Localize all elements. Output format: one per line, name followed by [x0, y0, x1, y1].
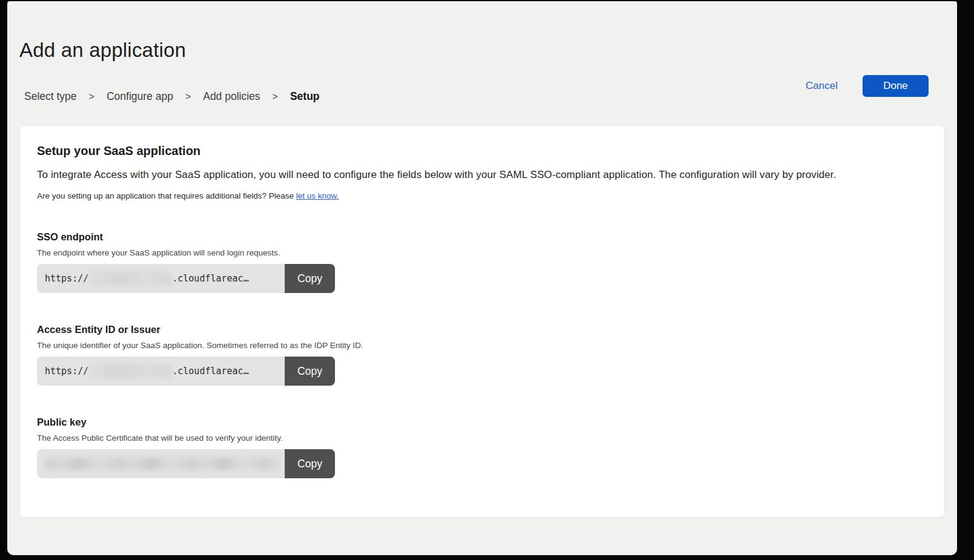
page-header: Add an application Cancel Done [7, 39, 957, 62]
card-note-text: Are you setting up an application that r… [37, 191, 296, 200]
value-prefix: https:// [45, 366, 88, 377]
entity-id-description: The unique identifier of your SaaS appli… [37, 341, 926, 350]
entity-id-field: https:// .cloudflareac… Copy [37, 357, 335, 386]
breadcrumb-step-add-policies[interactable]: Add policies [203, 90, 260, 103]
sso-endpoint-section: SSO endpoint The endpoint where your Saa… [37, 231, 926, 293]
card-heading: Setup your SaaS application [37, 144, 926, 158]
setup-card: Setup your SaaS application To integrate… [19, 125, 945, 518]
redacted-value-blur [89, 271, 171, 286]
breadcrumb-step-setup: Setup [290, 90, 320, 103]
value-prefix: https:// [45, 273, 88, 284]
public-key-section: Public key The Access Public Certificate… [37, 417, 926, 478]
redacted-value-blur [45, 458, 280, 470]
sso-endpoint-label: SSO endpoint [37, 231, 926, 243]
public-key-copy-button[interactable]: Copy [285, 449, 335, 478]
sso-endpoint-value: https:// .cloudflareac… [37, 264, 285, 293]
breadcrumb-step-configure-app[interactable]: Configure app [107, 90, 173, 103]
redacted-value-blur [89, 364, 171, 378]
done-button[interactable]: Done [863, 75, 929, 97]
chevron-separator: > [185, 91, 191, 102]
public-key-field: Copy [37, 449, 335, 478]
chevron-separator: > [273, 91, 278, 102]
cancel-button[interactable]: Cancel [806, 80, 838, 92]
let-us-know-link[interactable]: let us know. [296, 191, 339, 200]
card-note: Are you setting up an application that r… [37, 191, 926, 200]
public-key-description: The Access Public Certificate that will … [37, 433, 926, 443]
page-title: Add an application [19, 39, 945, 62]
entity-id-value: https:// .cloudflareac… [37, 357, 285, 386]
sso-endpoint-description: The endpoint where your SaaS application… [37, 248, 926, 257]
header-actions: Cancel Done [806, 75, 929, 97]
sso-endpoint-copy-button[interactable]: Copy [285, 264, 335, 293]
entity-id-copy-button[interactable]: Copy [285, 357, 335, 386]
entity-id-label: Access Entity ID or Issuer [37, 324, 926, 335]
public-key-value [37, 449, 285, 478]
app-window: Add an application Cancel Done Select ty… [7, 1, 957, 555]
card-intro-text: To integrate Access with your SaaS appli… [37, 169, 926, 181]
value-suffix: .cloudflareac… [172, 273, 248, 284]
chevron-separator: > [89, 91, 94, 102]
value-suffix: .cloudflareac… [172, 366, 248, 377]
sso-endpoint-field: https:// .cloudflareac… Copy [37, 264, 335, 293]
entity-id-section: Access Entity ID or Issuer The unique id… [37, 324, 926, 386]
public-key-label: Public key [37, 417, 926, 428]
breadcrumb-step-select-type[interactable]: Select type [24, 90, 77, 103]
